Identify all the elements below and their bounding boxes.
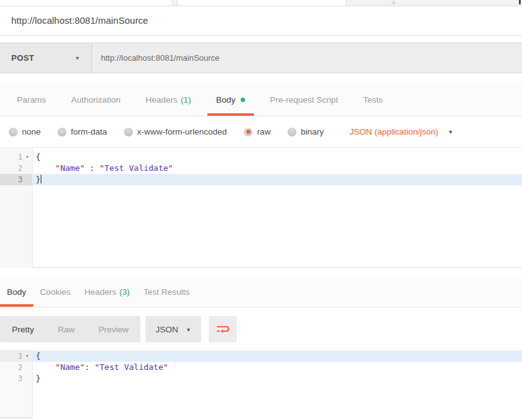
line-number: 2 (0, 362, 23, 373)
response-toolbar: Pretty Raw Preview JSON ▾ (0, 307, 522, 349)
request-tab-body[interactable]: Body (204, 83, 258, 116)
json-string: Name (60, 362, 80, 372)
window-tab-strip: + (0, 0, 522, 6)
fold-toggle-icon[interactable]: ▾ (23, 151, 32, 163)
content-type-label: JSON (application/json) (350, 127, 439, 136)
url-builder-row: POST ▾ http://localhost:8081/mainSource (0, 36, 522, 83)
json-punctuation (36, 163, 55, 173)
body-mode-radios: none form-data x-www-form-urlencoded raw… (9, 127, 341, 136)
fold-toggle-icon[interactable]: ▾ (23, 351, 32, 362)
request-tab-authorization[interactable]: Authorization (59, 83, 133, 116)
json-punctuation: : (85, 163, 99, 173)
response-body-editor[interactable]: 1 ▾ { 2 "Name": "Test Validate" 3 } (0, 349, 522, 420)
format-label: JSON (155, 325, 178, 334)
text-cursor (41, 175, 42, 183)
editor-gutter: 1 ▾ (0, 351, 32, 362)
json-string: Test Validate (100, 362, 164, 372)
json-punctuation: } (36, 374, 41, 383)
editor-gutter: 2 (0, 163, 32, 174)
body-mode-binary[interactable]: binary (288, 127, 324, 136)
view-mode-pretty[interactable]: Pretty (0, 316, 46, 342)
request-tab-params[interactable]: Params (4, 83, 59, 116)
tab-count-badge: (1) (180, 95, 191, 105)
request-tab-tests[interactable]: Tests (350, 83, 395, 116)
radio-icon (124, 128, 133, 136)
response-editor-line-line-3[interactable]: 3 } (0, 373, 522, 384)
view-mode-raw[interactable]: Raw (46, 316, 86, 342)
request-title-bar: http://localhost:8081/mainSource (0, 6, 522, 36)
chevron-down-icon: ▾ (187, 326, 190, 333)
radio-icon (58, 128, 66, 136)
line-number: 3 (0, 174, 23, 185)
response-tab-headers[interactable]: Headers (3) (78, 277, 137, 307)
editor-gutter: 1 ▾ (0, 151, 32, 163)
code-line: } (32, 373, 522, 384)
window-tab-2[interactable] (177, 0, 347, 6)
response-format-select[interactable]: JSON ▾ (145, 316, 201, 342)
response-tabs: Body Cookies Headers (3) Test Results (0, 277, 522, 307)
request-editor-line-line-1[interactable]: 1 ▾ { (0, 151, 522, 163)
body-mode-x-www-form-urlencoded[interactable]: x-www-form-urlencoded (124, 127, 227, 136)
json-quote: " (55, 362, 60, 372)
body-mode-none[interactable]: none (9, 127, 41, 136)
new-tab-icon[interactable]: + (389, 0, 399, 6)
response-editor-line-line-2[interactable]: 2 "Name": "Test Validate" (0, 362, 522, 373)
body-mode-row: none form-data x-www-form-urlencoded raw… (0, 116, 522, 147)
url-input[interactable]: http://localhost:8081/mainSource (92, 43, 522, 73)
editor-gutter: 3 (0, 174, 32, 185)
chevron-down-icon: ▾ (76, 54, 79, 61)
json-quote: " (95, 362, 100, 372)
chevron-down-icon: ▾ (449, 128, 452, 135)
radio-icon (244, 128, 253, 136)
response-editor-line-line-1[interactable]: 1 ▾ { (0, 351, 522, 362)
line-number: 1 (0, 351, 23, 362)
code-line: "Name" : "Test Validate" (32, 163, 522, 174)
method-label: POST (11, 53, 34, 63)
tab-count-badge: (3) (120, 287, 130, 297)
line-number: 1 (0, 151, 23, 163)
code-line: } (32, 174, 522, 185)
json-quote: " (55, 163, 60, 173)
request-editor-line-line-3[interactable]: 3 } (0, 174, 522, 185)
json-punctuation: } (36, 175, 41, 184)
request-title: http://localhost:8081/mainSource (11, 15, 148, 26)
request-body-editor[interactable]: 1 ▾ { 2 "Name" : "Test Validate" 3 } (0, 147, 522, 268)
json-string: Test Validate (105, 163, 169, 173)
body-mode-form-data[interactable]: form-data (58, 127, 107, 136)
window-tab-1[interactable] (0, 0, 172, 6)
response-tab-cookies[interactable]: Cookies (33, 277, 78, 307)
json-punctuation: : (85, 362, 95, 372)
request-tab-headers[interactable]: Headers (1) (133, 83, 204, 116)
view-mode-preview[interactable]: Preview (86, 316, 140, 342)
url-bar: POST ▾ http://localhost:8081/mainSource (0, 43, 522, 73)
json-quote: " (164, 362, 169, 372)
json-punctuation (36, 362, 55, 372)
json-punctuation: { (36, 152, 41, 161)
response-tab-body[interactable]: Body (0, 277, 33, 307)
code-line: { (32, 151, 522, 163)
wrap-text-icon (216, 324, 230, 335)
code-line: { (32, 351, 522, 362)
request-tab-pre-request-script[interactable]: Pre-request Script (258, 83, 351, 116)
menu-icon[interactable] (519, 0, 521, 4)
line-number: 2 (0, 163, 23, 174)
content-type-select[interactable]: JSON (application/json) ▾ (350, 127, 452, 136)
json-string: Name (60, 163, 80, 173)
request-tabs: Params Authorization Headers (1) Body Pr… (0, 83, 522, 116)
json-quote: " (100, 163, 105, 173)
code-line: "Name": "Test Validate" (32, 362, 522, 373)
body-mode-raw[interactable]: raw (244, 127, 271, 136)
view-mode-group: Pretty Raw Preview (0, 316, 140, 342)
body-filled-dot (241, 98, 245, 102)
editor-gutter: 2 (0, 362, 32, 373)
method-select[interactable]: POST ▾ (0, 43, 92, 73)
json-punctuation: { (36, 351, 41, 361)
response-tab-test-results[interactable]: Test Results (137, 277, 197, 307)
radio-icon (9, 128, 18, 136)
wrap-text-button[interactable] (209, 316, 237, 342)
postman-app: + http://localhost:8081/mainSource POST … (0, 0, 522, 420)
radio-icon (288, 128, 296, 136)
request-editor-line-line-2[interactable]: 2 "Name" : "Test Validate" (0, 163, 522, 174)
json-quote: " (168, 163, 173, 173)
line-number: 3 (0, 373, 23, 384)
